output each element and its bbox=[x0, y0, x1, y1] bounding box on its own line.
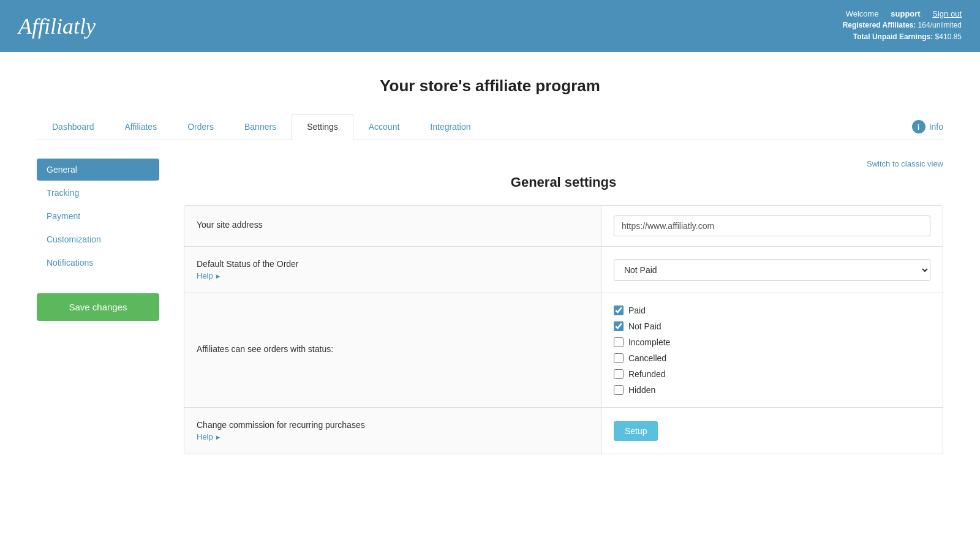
settings-row-site-address: Your site address bbox=[184, 206, 943, 247]
tab-account[interactable]: Account bbox=[353, 114, 415, 140]
sidebar-item-notifications[interactable]: Notifications bbox=[37, 252, 159, 274]
tab-integration[interactable]: Integration bbox=[415, 114, 486, 140]
checkbox-hidden-label: Hidden bbox=[628, 385, 655, 395]
tab-affiliates[interactable]: Affiliates bbox=[110, 114, 173, 140]
checkbox-paid-input[interactable] bbox=[614, 305, 624, 315]
checkbox-hidden-input[interactable] bbox=[614, 385, 624, 395]
checkbox-incomplete-input[interactable] bbox=[614, 337, 624, 347]
page-layout: General Tracking Payment Customization N… bbox=[37, 159, 943, 454]
info-icon: i bbox=[912, 120, 925, 133]
switch-classic-link[interactable]: Switch to classic view bbox=[867, 159, 943, 168]
settings-content: Switch to classic view General settings … bbox=[184, 159, 943, 454]
unpaid-value: $410.85 bbox=[935, 32, 962, 41]
settings-row-recurring: Change commission for recurring purchase… bbox=[184, 408, 943, 454]
page-title: Your store's affiliate program bbox=[37, 77, 943, 96]
checkbox-cancelled-label: Cancelled bbox=[628, 353, 666, 363]
sidebar: General Tracking Payment Customization N… bbox=[37, 159, 159, 454]
info-label: Info bbox=[929, 122, 943, 132]
checkbox-refunded-input[interactable] bbox=[614, 369, 624, 379]
signout-link[interactable]: Sign out bbox=[932, 9, 962, 18]
content-title: General settings bbox=[184, 174, 943, 190]
recurring-value: Setup bbox=[601, 408, 943, 454]
recurring-help-link[interactable]: Help ► bbox=[197, 432, 589, 441]
tab-orders[interactable]: Orders bbox=[172, 114, 229, 140]
nav-tabs: Dashboard Affiliates Orders Banners Sett… bbox=[37, 114, 486, 140]
arrow-right-icon: ► bbox=[215, 272, 222, 280]
checkbox-cancelled[interactable]: Cancelled bbox=[614, 353, 670, 363]
default-status-value: Not Paid Paid Incomplete Cancelled Refun… bbox=[601, 247, 943, 293]
checkbox-hidden[interactable]: Hidden bbox=[614, 385, 670, 395]
checkbox-incomplete-label: Incomplete bbox=[628, 337, 670, 347]
site-address-label-text: Your site address bbox=[197, 220, 589, 230]
settings-table: Your site address Default Status of the … bbox=[184, 205, 943, 454]
sidebar-item-tracking[interactable]: Tracking bbox=[37, 182, 159, 204]
app-header: Affiliatly Welcome support Sign out Regi… bbox=[0, 0, 980, 52]
checkbox-incomplete[interactable]: Incomplete bbox=[614, 337, 670, 347]
site-address-label: Your site address bbox=[184, 206, 601, 246]
checkbox-not-paid-label: Not Paid bbox=[628, 321, 662, 331]
default-status-help-link[interactable]: Help ► bbox=[197, 271, 589, 280]
checkbox-cancelled-input[interactable] bbox=[614, 353, 624, 363]
tab-banners[interactable]: Banners bbox=[229, 114, 292, 140]
checkbox-refunded-label: Refunded bbox=[628, 369, 666, 379]
checkbox-refunded[interactable]: Refunded bbox=[614, 369, 670, 379]
checkbox-paid-label: Paid bbox=[628, 305, 646, 315]
checkbox-paid[interactable]: Paid bbox=[614, 305, 670, 315]
settings-row-order-visibility: Affiliates can see orders with status: P… bbox=[184, 293, 943, 408]
registered-label: Registered Affiliates: bbox=[843, 21, 916, 29]
sidebar-item-customization[interactable]: Customization bbox=[37, 228, 159, 250]
setup-button[interactable]: Setup bbox=[614, 421, 658, 441]
order-visibility-value: Paid Not Paid Incomplete bbox=[601, 293, 943, 407]
default-status-select[interactable]: Not Paid Paid Incomplete Cancelled Refun… bbox=[614, 259, 930, 281]
site-address-input[interactable] bbox=[614, 216, 930, 236]
unpaid-label: Total Unpaid Earnings: bbox=[853, 32, 933, 41]
switch-classic-container: Switch to classic view bbox=[184, 159, 943, 168]
tab-settings[interactable]: Settings bbox=[292, 114, 353, 140]
welcome-text: Welcome bbox=[846, 9, 879, 18]
default-status-label: Default Status of the Order Help ► bbox=[184, 247, 601, 293]
app-logo: Affiliatly bbox=[18, 13, 96, 39]
username: support bbox=[891, 9, 920, 18]
checkbox-not-paid[interactable]: Not Paid bbox=[614, 321, 670, 331]
default-status-label-text: Default Status of the Order bbox=[197, 259, 589, 269]
order-visibility-label: Affiliates can see orders with status: bbox=[184, 293, 601, 407]
save-changes-button[interactable]: Save changes bbox=[37, 293, 159, 321]
checkbox-not-paid-input[interactable] bbox=[614, 321, 624, 331]
sidebar-item-general[interactable]: General bbox=[37, 159, 159, 181]
recurring-label-text: Change commission for recurring purchase… bbox=[197, 420, 589, 430]
registered-value: 164/unlimited bbox=[918, 21, 962, 29]
header-info: Welcome support Sign out Registered Affi… bbox=[843, 9, 962, 43]
order-status-checkboxes: Paid Not Paid Incomplete bbox=[614, 303, 670, 397]
settings-row-default-status: Default Status of the Order Help ► Not P… bbox=[184, 247, 943, 293]
tab-dashboard[interactable]: Dashboard bbox=[37, 114, 110, 140]
arrow-right-icon-2: ► bbox=[215, 433, 222, 441]
site-address-value bbox=[601, 206, 943, 246]
header-stats: Registered Affiliates: 164/unlimited Tot… bbox=[843, 20, 962, 43]
sidebar-item-payment[interactable]: Payment bbox=[37, 205, 159, 227]
order-visibility-label-text: Affiliates can see orders with status: bbox=[197, 344, 589, 354]
recurring-label: Change commission for recurring purchase… bbox=[184, 408, 601, 454]
info-button[interactable]: i Info bbox=[912, 120, 943, 133]
main-content: Your store's affiliate program Dashboard… bbox=[0, 52, 980, 551]
top-nav: Dashboard Affiliates Orders Banners Sett… bbox=[37, 114, 943, 140]
